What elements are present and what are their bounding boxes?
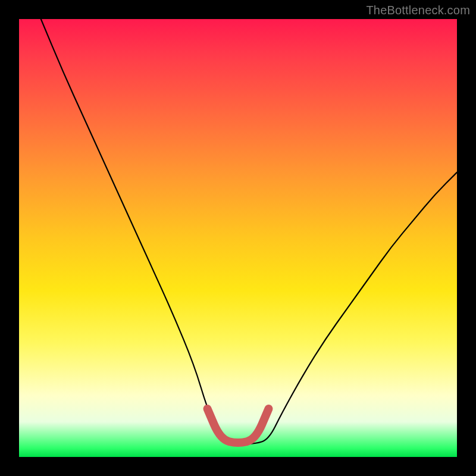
chart-plot-area <box>19 19 457 457</box>
chart-svg <box>19 19 457 457</box>
flat-bottom-highlight <box>208 409 269 443</box>
bottleneck-curve <box>41 19 457 444</box>
chart-frame: TheBottleneck.com <box>0 0 476 476</box>
watermark-text: TheBottleneck.com <box>366 4 470 17</box>
